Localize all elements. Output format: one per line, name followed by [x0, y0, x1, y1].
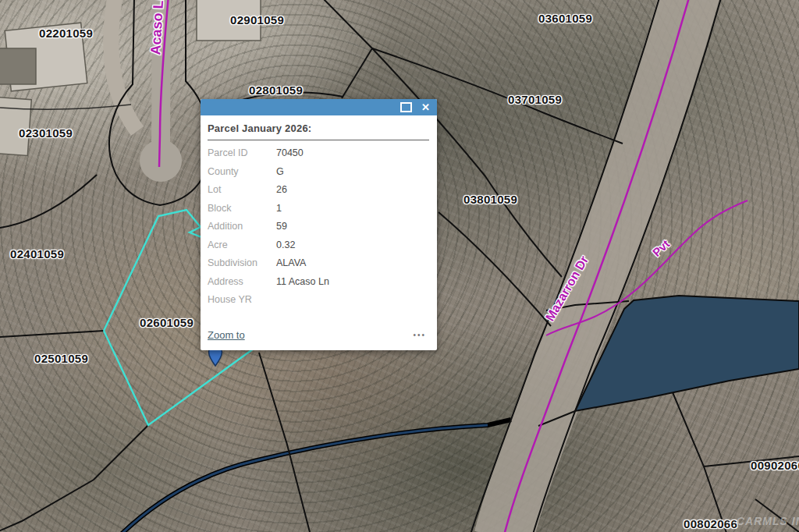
parcel-label: 02301059 [19, 126, 73, 141]
field-label: Address [208, 273, 276, 292]
field-label: Block [208, 200, 276, 218]
parcel-label: 00802066 [684, 516, 737, 532]
ellipsis-menu-icon[interactable]: ••• [413, 331, 426, 339]
imagery-watermark: CARMLS INC [737, 515, 799, 527]
field-row: Block1 [208, 200, 429, 218]
field-row: House YR [208, 291, 429, 310]
field-label: Lot [208, 181, 276, 200]
dock-icon[interactable] [400, 102, 412, 112]
field-label: House YR [208, 291, 276, 310]
parcel-label: 00902066 [751, 458, 799, 473]
parcel-label: 03801059 [463, 192, 517, 207]
field-row: Acre0.32 [208, 236, 429, 255]
popup-footer: Zoom to ••• [208, 329, 426, 341]
field-row: Address11 Acaso Ln [208, 273, 429, 292]
zoom-to-link[interactable]: Zoom to [208, 329, 245, 341]
field-value: 59 [276, 218, 287, 236]
parcel-label: 02901059 [230, 12, 284, 28]
field-value: 1 [276, 200, 282, 218]
parcel-label: 03701059 [508, 92, 562, 108]
field-row: Addition59 [208, 218, 429, 236]
field-label: Addition [208, 218, 276, 236]
parcel-label: 03601059 [538, 11, 592, 27]
parcel-label: 02401059 [10, 246, 64, 262]
field-label: Parcel ID [208, 144, 276, 163]
popup-titlebar: ✕ [201, 99, 437, 115]
parcel-info-popup: ✕ Parcel January 2026: Parcel ID70450Cou… [201, 99, 437, 350]
field-label: Acre [208, 236, 276, 255]
parcel-label: 02801059 [249, 83, 303, 98]
close-icon[interactable]: ✕ [421, 102, 430, 112]
field-row: Lot26 [208, 181, 429, 200]
popup-title: Parcel January 2026: [208, 122, 429, 134]
popup-separator [208, 140, 429, 140]
road-label: Acaso Ln [147, 0, 167, 55]
popup-body: Parcel January 2026: Parcel ID70450Count… [201, 115, 437, 350]
field-value: G [276, 163, 284, 182]
field-label: Subdivision [208, 254, 276, 273]
field-row: Parcel ID70450 [208, 144, 429, 163]
field-row: SubdivisionALAVA [208, 254, 429, 273]
field-value: ALAVA [276, 254, 306, 273]
stream-line [115, 420, 511, 532]
field-value: 11 Acaso Ln [276, 273, 329, 292]
popup-fields: Parcel ID70450CountyGLot26Block1Addition… [208, 144, 429, 310]
field-label: County [208, 163, 276, 182]
parcel-label: 02501059 [34, 351, 88, 367]
field-value: 70450 [276, 144, 304, 163]
field-value: 0.32 [276, 236, 295, 255]
field-value: 26 [276, 181, 287, 200]
parcel-label: 02601059 [140, 315, 194, 331]
parcel-label: 02201059 [39, 26, 93, 41]
field-row: CountyG [208, 163, 429, 182]
